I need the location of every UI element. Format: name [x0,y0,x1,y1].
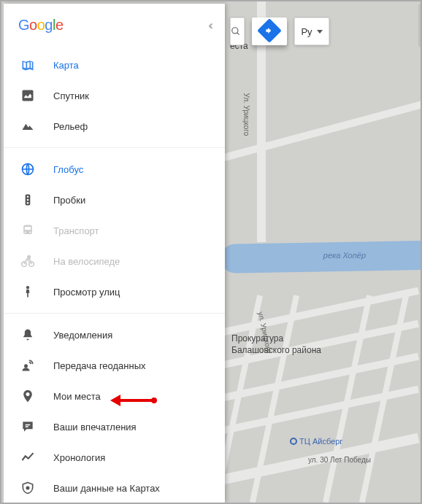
svg-point-17 [26,486,28,489]
pegman-icon [20,284,36,300]
sidebar-item-traffic[interactable]: Пробки [4,185,225,215]
search-icon [231,26,241,36]
svg-point-6 [27,199,29,201]
sidebar-item-label: Хронология [53,452,105,463]
sidebar-item-satellite[interactable]: Спутник [4,80,225,111]
svg-rect-11 [25,227,31,230]
sidebar-item-label: Пробки [53,195,85,206]
sidebar-item-timeline[interactable]: Хронология [4,442,225,473]
language-selector[interactable]: Ру [294,18,329,45]
svg-point-9 [25,232,26,233]
sidebar-item-label: Передача геоданных [53,360,146,371]
traffic-icon [20,192,36,208]
sidebar-item-label: Глобус [53,164,83,175]
sidebar-item-map[interactable]: Карта [4,50,225,80]
sidebar-item-globe[interactable]: Глобус [4,154,225,185]
shield-icon [20,480,36,496]
sidebar-item-label: Транспорт [53,225,99,236]
sidebar-item-label: Ваши данные на Картах [53,483,160,494]
sidebar-menu: Google ‹‹ КартаСпутникРельефГлобусПробки… [4,4,225,503]
river-label: река Хопёр [323,251,366,260]
sidebar-item-label: Карта [53,60,79,71]
svg-point-14 [28,256,30,258]
search-box-fragment[interactable] [230,18,245,45]
timeline-icon [20,449,36,465]
sidebar-item-notifications[interactable]: Уведомления [4,319,225,350]
sidebar-item-your-places[interactable]: Мои места [4,381,225,411]
directions-button[interactable] [252,18,287,45]
svg-point-16 [24,364,28,368]
sidebar-item-label: Ваши впечатления [53,422,137,433]
sidebar-item-your-data[interactable]: Ваши данные на Картах [4,473,225,503]
sidebar-item-contributions[interactable]: Ваши впечатления [4,411,225,442]
chevron-down-icon [317,30,323,34]
svg-point-7 [27,202,29,204]
collapse-sidebar-button[interactable]: ‹‹ [208,19,210,32]
share-loc-icon [20,357,36,373]
language-label: Ру [301,26,312,37]
sidebar-item-bicycle: На велосипеде [4,246,225,276]
review-icon [20,419,36,435]
sidebar-item-label: На велосипеде [53,256,120,267]
sidebar-item-terrain[interactable]: Рельеф [4,111,225,141]
sidebar-item-label: Рельеф [53,121,88,132]
pin-icon [20,388,36,404]
bell-icon [20,327,36,343]
transit-icon [20,222,36,239]
directions-icon [257,18,282,43]
terrain-icon [20,118,36,134]
google-logo[interactable]: Google [18,17,64,34]
sidebar-item-label: Уведомления [53,330,112,341]
svg-point-0 [232,28,238,34]
map-icon [20,57,36,73]
sidebar-item-label: Просмотр улиц [53,287,120,298]
sidebar-item-transit: Транспорт [4,215,225,246]
sidebar-item-streetview[interactable]: Просмотр улиц [4,276,225,307]
svg-line-1 [237,33,239,35]
sidebar-item-label: Мои места [53,391,101,402]
svg-point-5 [27,196,29,198]
bicycle-icon [20,253,36,269]
satellite-icon [20,88,36,104]
globe-icon [20,161,36,177]
svg-rect-2 [23,90,34,101]
sidebar-item-label: Спутник [53,90,89,101]
svg-point-10 [29,232,31,233]
svg-point-12 [22,262,27,267]
svg-point-15 [26,286,29,289]
sidebar-item-location-sharing[interactable]: Передача геоданных [4,350,225,381]
scrollbar-thumb[interactable] [418,4,422,47]
